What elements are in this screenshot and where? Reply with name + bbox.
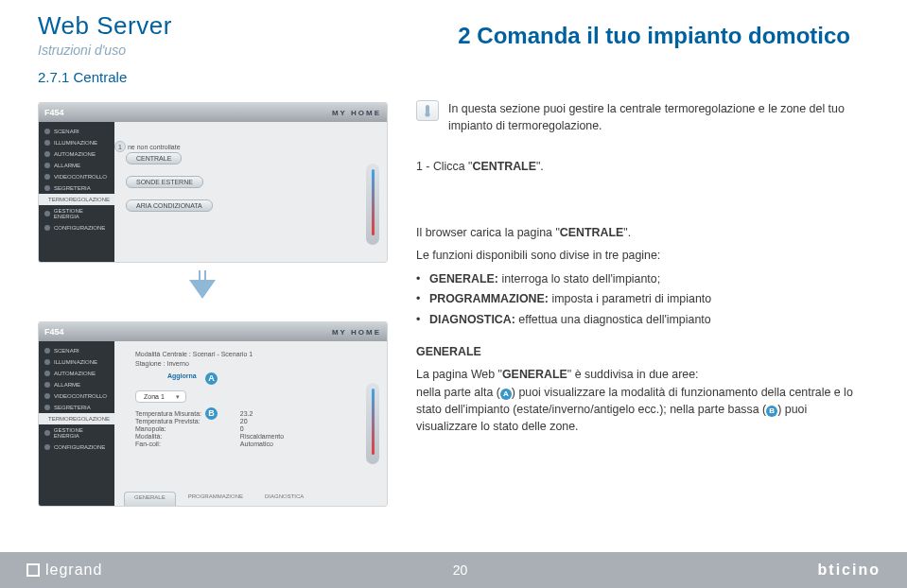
sidebar-dot-icon [44,225,50,231]
sidebar-dot-icon [44,185,50,191]
app-brand: MY HOME [332,109,381,117]
app-main-panel: A B Modalità Centrale : Scenari - Scenar… [114,341,387,506]
app-model: F454 [44,327,64,337]
sidebar-item[interactable]: ILLUMINAZIONE [39,356,114,368]
doc-subtitle: Istruzioni d'uso [38,43,172,58]
sidebar-item[interactable]: GESTIONE ENERGIA [39,205,114,222]
sidebar-dot-icon [44,405,50,410]
zone-data-grid: Temperatura Misurata:23.2Temperatura Pre… [135,410,305,447]
sidebar-dot-icon [44,444,50,450]
feature-item: PROGRAMMAZIONE: imposta i parametri di i… [420,290,854,307]
mode-line: Modalità Centrale : Scenari - Scenario 1 [135,351,375,357]
sidebar-item[interactable]: ILLUMINAZIONE [39,137,114,148]
sidebar-item[interactable]: SEGRETERIA [39,182,114,194]
sidebar-dot-icon [44,163,50,168]
footer-brand-left: legrand [26,562,102,579]
sidebar-item[interactable]: VIDEOCONTROLLO [39,171,114,182]
footer-brand-right: bticino [818,562,881,579]
app-main-panel: 1 ne non controllate CENTRALE SONDE ESTE… [114,122,387,262]
sidebar-dot-icon [44,371,50,376]
app-brand: MY HOME [332,328,381,337]
sidebar-dot-icon [44,382,50,388]
sidebar-dot-icon [44,348,50,354]
sidebar-item[interactable]: CONFIGURAZIONE [39,441,114,453]
sidebar-dot-icon [44,129,50,134]
chapter-title: 2 Comanda il tuo impianto domotico [458,23,850,49]
app-sidebar: SCENARIILLUMINAZIONEAUTOMAZIONEALLARMEVI… [39,122,114,262]
sidebar-item[interactable]: CONFIGURAZIONE [39,222,114,233]
doc-section-number: 2.7.1 Centrale [38,69,172,85]
app-tabs: GENERALE PROGRAMMAZIONE DIAGNOSTICA [114,492,387,506]
marker-a: A [205,372,218,385]
sidebar-dot-icon [44,393,50,399]
sidebar-item[interactable]: GESTIONE ENERGIA [39,424,114,441]
paragraph-functions: Le funzioni disponibili sono divise in t… [416,247,854,264]
thermometer-icon [366,164,379,245]
intro-text: In questa sezione puoi gestire la centra… [448,100,854,135]
sidebar-dot-icon [44,430,50,436]
sidebar-dot-icon [44,174,50,180]
paragraph-browser: Il browser carica la pagina "CENTRALE". [416,224,854,241]
step-1: 1 - Clicca "CENTRALE". [416,158,854,175]
tab-programmazione[interactable]: PROGRAMMAZIONE [179,492,253,506]
sidebar-dot-icon [44,359,50,365]
tab-diagnostica[interactable]: DIAGNOSTICA [255,492,313,506]
sidebar-dot-icon [44,140,50,146]
sidebar-item[interactable]: ALLARME [39,379,114,390]
sidebar-item[interactable]: SEGRETERIA [39,402,114,413]
app-screenshot-2: F454 MY HOME SCENARIILLUMINAZIONEAUTOMAZ… [38,321,388,507]
sidebar-dot-icon [44,211,50,216]
page-footer: legrand 20 bticino [0,552,907,588]
generale-heading: GENERALE [416,343,854,360]
row-centrale[interactable]: CENTRALE [126,152,182,164]
app-sidebar: SCENARIILLUMINAZIONEAUTOMAZIONEALLARMEVI… [39,341,114,506]
feature-list: GENERALE: interroga lo stato dell'impian… [420,270,854,328]
app-model: F454 [44,108,64,117]
app-titlebar: F454 MY HOME [39,322,387,341]
app-screenshot-1: F454 MY HOME SCENARIILLUMINAZIONEAUTOMAZ… [38,102,388,263]
page-number: 20 [453,562,468,578]
legrand-logo-icon [26,563,40,577]
inline-marker-b: B [766,406,777,417]
season-line: Stagione : Inverno [135,360,375,367]
page-header: Web Server Istruzioni d'uso 2.7.1 Centra… [38,11,172,85]
inline-marker-a: A [500,389,512,400]
tab-generale[interactable]: GENERALE [124,492,176,506]
thermo-page-icon [416,100,439,121]
refresh-link[interactable]: Aggiorna [167,372,197,379]
generale-text: La pagina Web "GENERALE" è suddivisa in … [416,366,854,435]
sidebar-item[interactable]: TERMOREGOLAZIONE [39,194,114,205]
zone-select[interactable]: Zona 1 [135,390,375,403]
sidebar-item[interactable]: ALLARME [39,160,114,171]
hint-pointer: 1 ne non controllate [114,141,181,152]
arrow-down-icon [189,280,216,299]
marker-b: B [205,407,218,420]
thermometer-icon [366,383,379,464]
row-aria[interactable]: ARIA CONDIZIONATA [126,199,213,212]
feature-item: GENERALE: interroga lo stato dell'impian… [420,270,854,287]
sidebar-item[interactable]: SCENARI [39,345,114,356]
doc-title: Web Server [38,11,172,41]
sidebar-item[interactable]: TERMOREGOLAZIONE [39,413,114,424]
body-text: In questa sezione puoi gestire la centra… [416,100,854,441]
row-sonde[interactable]: SONDE ESTERNE [126,176,203,188]
sidebar-item[interactable]: VIDEOCONTROLLO [39,390,114,402]
sidebar-item[interactable]: AUTOMAZIONE [39,148,114,160]
sidebar-item[interactable]: SCENARI [39,126,114,137]
sidebar-dot-icon [44,151,50,157]
app-titlebar: F454 MY HOME [39,103,387,122]
svg-point-1 [425,112,429,116]
sidebar-item[interactable]: AUTOMAZIONE [39,368,114,379]
feature-item: DIAGNOSTICA: effettua una diagnostica de… [420,311,854,328]
